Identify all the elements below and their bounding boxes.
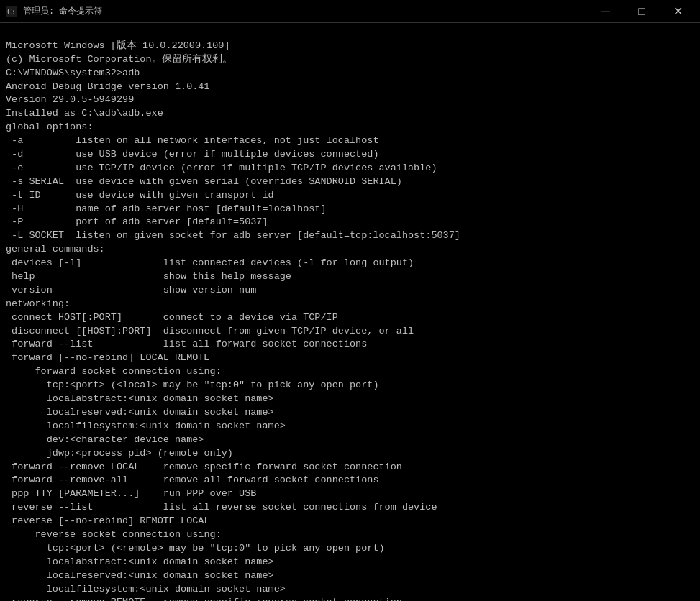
terminal-line: -H name of adb server host [default=loca… bbox=[6, 203, 694, 216]
terminal-line: Android Debug Bridge version 1.0.41 bbox=[6, 81, 694, 94]
terminal-line: tcp:<port> (<local> may be "tcp:0" to pi… bbox=[6, 379, 694, 393]
terminal-line: Microsoft Windows [版本 10.0.22000.100] bbox=[6, 40, 694, 53]
terminal-line: localfilesystem:<unix domain socket name… bbox=[6, 583, 694, 597]
close-button[interactable]: ✕ bbox=[661, 1, 694, 22]
terminal-line: forward socket connection using: bbox=[6, 365, 694, 379]
terminal-line: -L SOCKET listen on given socket for adb… bbox=[6, 229, 694, 243]
terminal-line: dev:<character device name> bbox=[6, 433, 694, 447]
terminal-line: -e use TCP/IP device (error if multiple … bbox=[6, 162, 694, 175]
terminal-line: reverse --remove REMOTE remove specific … bbox=[6, 596, 694, 601]
terminal-line: reverse [--no-rebind] REMOTE LOCAL bbox=[6, 515, 694, 528]
terminal-line: tcp:<port> (<remote> may be "tcp:0" to p… bbox=[6, 542, 694, 556]
terminal-line: disconnect [[HOST]:PORT] disconnect from… bbox=[6, 325, 694, 339]
terminal-line: (c) Microsoft Corporation。保留所有权利。 bbox=[6, 53, 694, 67]
terminal-line: -a listen on all network interfaces, not… bbox=[6, 134, 694, 148]
terminal-body: Microsoft Windows [版本 10.0.22000.100](c)… bbox=[0, 23, 700, 601]
terminal-line: -P port of adb server [default=5037] bbox=[6, 216, 694, 229]
terminal-icon: C:\ bbox=[6, 6, 17, 17]
terminal-line: reverse socket connection using: bbox=[6, 528, 694, 542]
terminal-line: version show version num bbox=[6, 284, 694, 298]
terminal-line: devices [-l] list connected devices (-l … bbox=[6, 257, 694, 270]
minimize-button[interactable]: ─ bbox=[589, 1, 622, 22]
terminal-line: localabstract:<unix domain socket name> bbox=[6, 393, 694, 406]
terminal-line: forward --remove LOCAL remove specific f… bbox=[6, 461, 694, 474]
terminal-line: help show this help message bbox=[6, 270, 694, 284]
terminal-line: localfilesystem:<unix domain socket name… bbox=[6, 420, 694, 433]
terminal-line: Installed as C:\adb\adb.exe bbox=[6, 107, 694, 121]
maximize-button[interactable]: □ bbox=[625, 1, 658, 22]
terminal-line: forward --remove-all remove all forward … bbox=[6, 474, 694, 487]
terminal-line: -t ID use device with given transport id bbox=[6, 189, 694, 203]
window-title: 管理员: 命令提示符 bbox=[23, 5, 102, 17]
window-controls: ─ □ ✕ bbox=[589, 1, 694, 22]
terminal-line: reverse --list list all reverse socket c… bbox=[6, 501, 694, 515]
terminal-line: localabstract:<unix domain socket name> bbox=[6, 556, 694, 569]
title-bar: C:\ 管理员: 命令提示符 ─ □ ✕ bbox=[0, 0, 700, 23]
terminal-line: general commands: bbox=[6, 243, 694, 257]
terminal-line: C:\WINDOWS\system32>adb bbox=[6, 67, 694, 81]
svg-text:C:\: C:\ bbox=[7, 8, 17, 16]
terminal-line: networking: bbox=[6, 298, 694, 311]
terminal-line: forward --list list all forward socket c… bbox=[6, 338, 694, 352]
terminal-line: jdwp:<process pid> (remote only) bbox=[6, 447, 694, 461]
terminal-line: global options: bbox=[6, 121, 694, 134]
terminal-line: connect HOST[:PORT] connect to a device … bbox=[6, 311, 694, 325]
title-bar-left: C:\ 管理员: 命令提示符 bbox=[6, 5, 102, 17]
terminal-line: -d use USB device (error if multiple dev… bbox=[6, 148, 694, 162]
terminal-line: Version 29.0.5-5949299 bbox=[6, 93, 694, 107]
terminal-line: forward [--no-rebind] LOCAL REMOTE bbox=[6, 352, 694, 365]
terminal-line: localreserved:<unix domain socket name> bbox=[6, 569, 694, 583]
terminal-line: -s SERIAL use device with given serial (… bbox=[6, 175, 694, 189]
terminal-line: localreserved:<unix domain socket name> bbox=[6, 406, 694, 420]
terminal-line: ppp TTY [PARAMETER...] run PPP over USB bbox=[6, 487, 694, 501]
